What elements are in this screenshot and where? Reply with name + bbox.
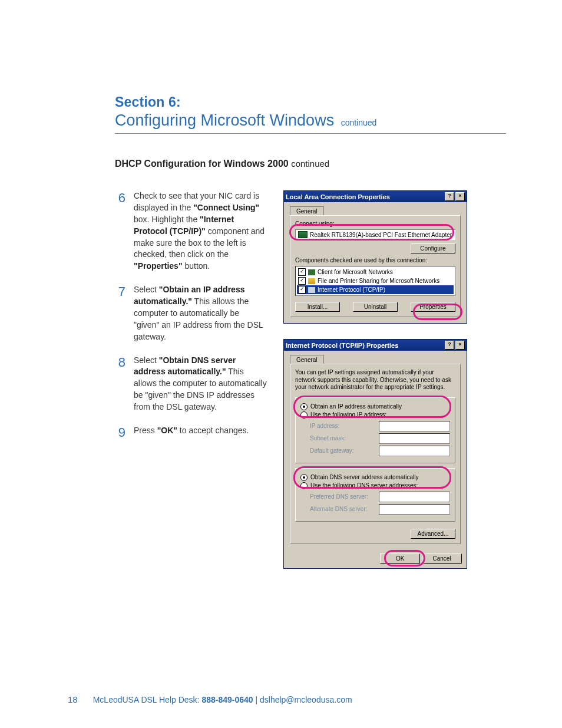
component-tcpip[interactable]: ✓ Internet Protocol (TCP/IP)	[297, 285, 454, 294]
alt-dns-input[interactable]	[379, 504, 450, 515]
sub-heading-continued: continued	[291, 159, 329, 169]
adapter-field: Realtek RTL8139(A)-based PCI Fast Ethern…	[295, 229, 455, 240]
dialog-title: Internet Protocol (TCP/IP) Properties	[286, 342, 444, 349]
section-number: Section 6:	[115, 94, 506, 110]
step-text: Press "OK" to accept changes.	[134, 425, 249, 439]
radio-icon	[300, 411, 308, 419]
tcpip-properties-dialog: Internet Protocol (TCP/IP) Properties ? …	[283, 339, 467, 569]
radio-dns-auto[interactable]: Obtain DNS server address automatically	[300, 473, 450, 482]
radio-icon	[300, 482, 308, 489]
footer-email: dslhelp@mcleodusa.com	[260, 695, 352, 704]
page-number: 18	[68, 694, 78, 704]
nic-icon	[298, 231, 308, 238]
component-label: Client for Microsoft Networks	[318, 269, 393, 275]
sub-heading: DHCP Configuration for Windows 2000 cont…	[115, 159, 506, 169]
ip-address-row: IP address:	[310, 421, 450, 431]
uninstall-button[interactable]: Uninstall	[353, 302, 398, 312]
radio-ip-manual[interactable]: Use the following IP address:	[300, 411, 450, 419]
properties-button[interactable]: Properties	[411, 302, 455, 312]
file-printer-icon	[308, 278, 315, 284]
configure-button[interactable]: Configure	[411, 243, 455, 253]
tab-general[interactable]: General	[290, 355, 324, 364]
title-rule	[115, 133, 506, 134]
close-button[interactable]: ×	[455, 192, 465, 201]
titlebar: Local Area Connection Properties ? ×	[284, 191, 467, 202]
tab-general[interactable]: General	[290, 206, 324, 216]
step-text: Check to see that your NIC card is displ…	[134, 190, 267, 272]
install-button[interactable]: Install...	[295, 302, 340, 312]
radio-ip-auto[interactable]: Obtain an IP address automatically	[300, 403, 450, 411]
adapter-name: Realtek RTL8139(A)-based PCI Fast Ethern…	[310, 232, 452, 238]
radio-dns-manual[interactable]: Use the following DNS server addresses:	[300, 482, 450, 490]
ip-input[interactable]	[379, 421, 450, 431]
component-label: File and Printer Sharing for Microsoft N…	[318, 278, 439, 284]
step-7: 7 Select "Obtain an IP address automatic…	[115, 284, 267, 342]
step-text: Select "Obtain an IP address automatical…	[134, 284, 267, 342]
step-9: 9 Press "OK" to accept changes.	[115, 425, 267, 439]
component-label: Internet Protocol (TCP/IP)	[318, 286, 385, 293]
checkbox-icon[interactable]: ✓	[298, 286, 306, 294]
advanced-button[interactable]: Advanced...	[411, 529, 455, 539]
section-continued: continued	[341, 118, 377, 127]
alt-dns-row: Alternate DNS server:	[310, 504, 450, 515]
radio-label: Use the following IP address:	[310, 411, 386, 418]
step-num: 7	[115, 284, 125, 342]
gateway-input[interactable]	[379, 446, 450, 456]
checkbox-icon[interactable]: ✓	[298, 268, 306, 276]
components-label: Components checked are used by this conn…	[295, 257, 455, 263]
tcpip-icon	[308, 287, 315, 293]
help-button[interactable]: ?	[445, 192, 454, 201]
radio-label: Use the following DNS server addresses:	[310, 482, 418, 489]
checkbox-icon[interactable]: ✓	[298, 277, 306, 285]
radio-label: Obtain DNS server address automatically	[310, 474, 418, 480]
sub-heading-bold: DHCP Configuration for Windows 2000	[115, 159, 289, 169]
dialog-title: Local Area Connection Properties	[286, 193, 444, 200]
lan-properties-dialog: Local Area Connection Properties ? × Gen…	[283, 190, 467, 324]
step-text: Select "Obtain DNS server address automa…	[134, 355, 267, 413]
step-8: 8 Select "Obtain DNS server address auto…	[115, 355, 267, 413]
step-list: 6 Check to see that your NIC card is dis…	[115, 190, 267, 439]
section-title-text: Configuring Microsoft Windows	[115, 111, 334, 129]
help-button[interactable]: ?	[445, 341, 454, 350]
footer-sep: |	[255, 695, 257, 704]
gateway-row: Default gateway:	[310, 446, 450, 456]
component-file-print[interactable]: ✓ File and Printer Sharing for Microsoft…	[297, 276, 454, 285]
step-6: 6 Check to see that your NIC card is dis…	[115, 190, 267, 272]
page-footer: 18 McLeodUSA DSL Help Desk: 888-849-0640…	[68, 694, 352, 704]
footer-phone: 888-849-0640	[201, 695, 253, 704]
subnet-input[interactable]	[379, 433, 450, 444]
close-button[interactable]: ×	[455, 341, 465, 350]
component-client[interactable]: ✓ Client for Microsoft Networks	[297, 268, 454, 276]
radio-label: Obtain an IP address automatically	[310, 403, 402, 410]
step-num: 9	[115, 425, 125, 439]
titlebar: Internet Protocol (TCP/IP) Properties ? …	[284, 340, 467, 351]
radio-icon	[300, 403, 308, 410]
tcpip-desc: You can get IP settings assigned automat…	[295, 369, 455, 391]
components-list[interactable]: ✓ Client for Microsoft Networks ✓ File a…	[295, 266, 455, 296]
pref-dns-row: Preferred DNS server:	[310, 492, 450, 502]
connect-using-label: Connect using:	[295, 220, 455, 227]
subnet-row: Subnet mask:	[310, 433, 450, 444]
ok-button[interactable]: OK	[380, 554, 420, 564]
section-title: Configuring Microsoft Windows continued	[115, 111, 506, 130]
step-num: 6	[115, 190, 125, 272]
client-icon	[308, 269, 315, 275]
step-num: 8	[115, 355, 125, 413]
radio-icon	[300, 474, 308, 481]
cancel-button[interactable]: Cancel	[422, 554, 462, 564]
pref-dns-input[interactable]	[379, 492, 450, 502]
footer-brand: McLeodUSA DSL Help Desk:	[93, 695, 200, 704]
